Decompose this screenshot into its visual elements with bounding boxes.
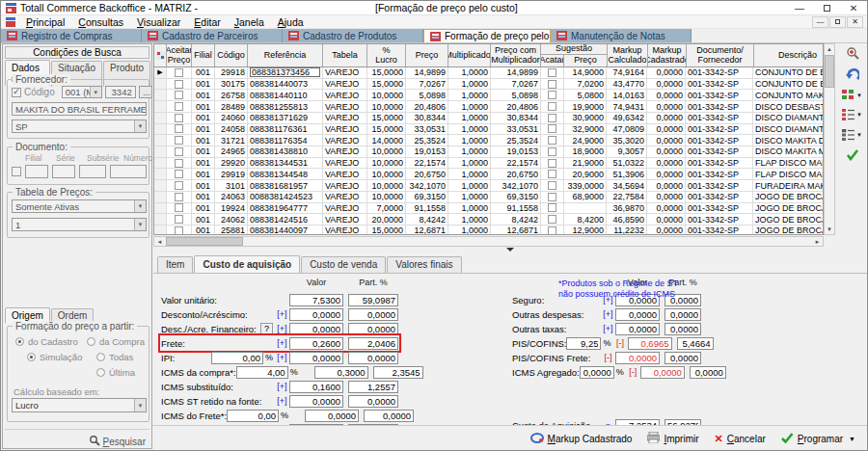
acatar-checkbox[interactable]: [548, 159, 556, 168]
valor-input[interactable]: [289, 337, 343, 350]
aceitar-checkbox[interactable]: [175, 226, 183, 235]
part-input[interactable]: [348, 381, 398, 393]
help-button[interactable]: ?: [260, 323, 273, 335]
percent-input[interactable]: [566, 337, 601, 350]
percent-input[interactable]: [211, 352, 263, 364]
referencia-editor[interactable]: 088381373456: [250, 67, 320, 77]
menu-consultas[interactable]: Consultas: [71, 16, 130, 28]
vertical-scroll-thumb[interactable]: [825, 55, 834, 88]
list-options-button[interactable]: ▼: [842, 109, 862, 120]
grid-horizontal-scrollbar[interactable]: ◄ ►: [153, 236, 824, 247]
acatar-checkbox[interactable]: [548, 226, 556, 235]
tab-custo-venda[interactable]: Custo de venda: [301, 256, 386, 274]
acatar-checkbox[interactable]: [548, 91, 556, 99]
table-row[interactable]: 00131721088381176354VAREJO14,000025,3524…: [154, 135, 823, 146]
radio-simulacao[interactable]: [27, 353, 36, 361]
scroll-up-icon[interactable]: ▲: [827, 44, 832, 54]
aceitar-checkbox[interactable]: [175, 215, 183, 224]
uf-combo[interactable]: SP▼: [12, 119, 147, 133]
part-input[interactable]: [348, 395, 398, 408]
valor-input[interactable]: [289, 352, 343, 364]
acatar-checkbox[interactable]: [548, 215, 556, 224]
radio-do-cadastro[interactable]: [15, 337, 24, 346]
tab-registro-de-compras[interactable]: Registro de Compras: [1, 29, 142, 42]
percent-input[interactable]: [236, 366, 288, 379]
col-markup-cadastrado[interactable]: Markup Cadastrado: [648, 44, 687, 66]
part-input[interactable]: [677, 337, 714, 350]
fornecedor-codigo-field[interactable]: 3342: [105, 86, 136, 98]
mdi-restore-button[interactable]: [829, 16, 846, 28]
documento-checkbox[interactable]: [12, 167, 21, 176]
part-input[interactable]: [348, 308, 398, 321]
part-input[interactable]: [373, 366, 423, 379]
acatar-checkbox[interactable]: [548, 181, 556, 190]
documento-filial-field[interactable]: [25, 165, 48, 178]
tab-valores-finais[interactable]: Valores finais: [387, 256, 461, 274]
aceitar-checkbox[interactable]: [175, 193, 183, 201]
confirm-button[interactable]: [846, 149, 859, 161]
radio-da-compra[interactable]: [87, 337, 95, 346]
table-row[interactable]: 00124060088381371629VAREJO15,000030,8344…: [154, 113, 823, 124]
table-row[interactable]: 00124058088381176361VAREJO15,000033,0531…: [154, 124, 823, 136]
markup-cadastrado-button[interactable]: Markup Cadastrado: [530, 433, 633, 445]
grid-filter-icon[interactable]: [154, 44, 167, 66]
valor-input[interactable]: [314, 366, 368, 379]
acatar-checkbox[interactable]: [548, 147, 556, 156]
part-input[interactable]: [348, 337, 398, 350]
valor-input[interactable]: [640, 366, 685, 379]
aceitar-checkbox[interactable]: [175, 159, 183, 168]
radio-todas[interactable]: [96, 353, 105, 361]
panel-splitter[interactable]: [153, 248, 867, 253]
col-codigo[interactable]: Código: [215, 44, 248, 66]
part-input[interactable]: [348, 323, 398, 335]
part-input[interactable]: [665, 323, 701, 335]
col-preco[interactable]: Preço: [406, 44, 448, 66]
valor-input[interactable]: [615, 352, 660, 364]
programar-button[interactable]: Programar: [781, 433, 843, 445]
scroll-right-icon[interactable]: ►: [812, 237, 823, 247]
tab-cadastro-de-parceiros[interactable]: Cadastro de Parceiros: [142, 29, 283, 42]
part-input[interactable]: [665, 352, 701, 364]
programar-dropdown-icon[interactable]: ▼: [849, 436, 855, 442]
calculo-combo[interactable]: Lucro▼: [12, 398, 147, 412]
documento-serie-field[interactable]: [52, 165, 75, 178]
col-markup-calculado[interactable]: Markup Calculado: [608, 44, 648, 66]
col-documento-fornecedor[interactable]: Documento/ Fornecedor: [687, 44, 754, 66]
acatar-checkbox[interactable]: [548, 193, 556, 201]
undo-button[interactable]: [846, 68, 859, 81]
valor-input[interactable]: [289, 323, 343, 335]
acatar-checkbox[interactable]: [548, 102, 556, 111]
aceitar-checkbox[interactable]: [175, 91, 183, 99]
acatar-checkbox[interactable]: [548, 203, 556, 212]
tab-custo-aquisicao[interactable]: Custo de aquisição: [194, 255, 300, 273]
recalc-button[interactable]: ▼: [842, 90, 862, 100]
scroll-down-icon[interactable]: ▼: [827, 225, 832, 234]
filial-combo[interactable]: 001 (M▼: [62, 86, 102, 98]
table-row[interactable]: 00125881088381440097VAREJO15,000012,6871…: [154, 226, 823, 235]
table-row[interactable]: 00124965088381438810VAREJO10,000019,0153…: [154, 146, 823, 158]
valor-input[interactable]: [289, 395, 343, 408]
col-tabela[interactable]: Tabela: [323, 44, 367, 66]
tabela-numero-combo[interactable]: 1▼: [12, 218, 147, 231]
valor-input[interactable]: [628, 337, 672, 350]
acatar-checkbox[interactable]: [548, 170, 556, 178]
aceitar-checkbox[interactable]: [175, 102, 183, 111]
aceitar-checkbox[interactable]: [175, 124, 183, 133]
table-row[interactable]: ▶00129918088381373456VAREJO15,000014,989…: [154, 67, 823, 79]
tab-formacao-de-preco[interactable]: Formação de preço pelo...: [423, 29, 551, 42]
grid-vertical-scrollbar[interactable]: ▲ ▼: [824, 43, 835, 235]
col-lucro[interactable]: % Lucro: [367, 44, 406, 66]
col-descricao[interactable]: Descrição: [754, 44, 824, 66]
minimize-button[interactable]: —: [786, 1, 813, 14]
valor-input[interactable]: [289, 308, 343, 321]
col-preco-multiplicador[interactable]: Preço com Multiplicador: [491, 44, 541, 66]
list-detail-button[interactable]: ▼: [842, 129, 862, 141]
aceitar-checkbox[interactable]: [175, 80, 183, 89]
menu-editar[interactable]: Editar: [187, 16, 227, 28]
part-input[interactable]: [665, 308, 701, 321]
table-row[interactable]: 00129919088381344548VAREJO10,000020,6750…: [154, 169, 823, 180]
valor-input[interactable]: [289, 294, 343, 306]
acatar-checkbox[interactable]: [548, 80, 556, 89]
pesquisar-button[interactable]: Pesquisar: [89, 435, 146, 448]
documento-numero-field[interactable]: [110, 165, 147, 178]
